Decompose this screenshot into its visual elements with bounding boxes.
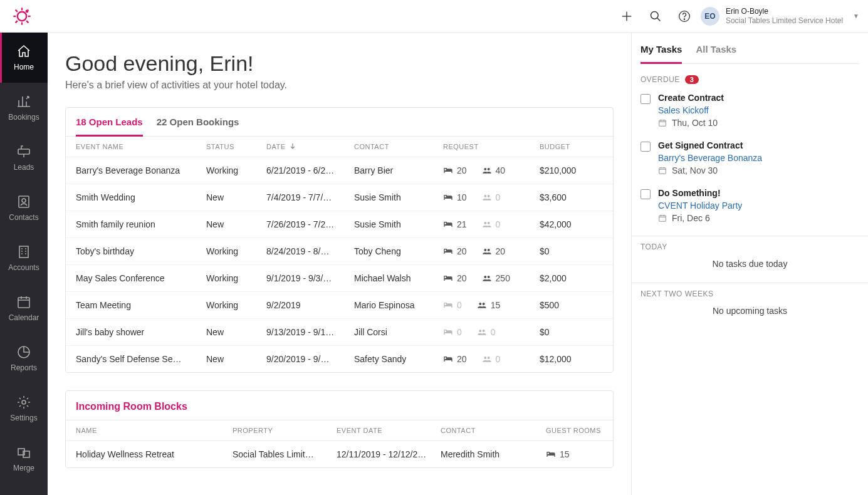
- svg-rect-27: [659, 216, 666, 221]
- tab-open-bookings[interactable]: 22 Open Bookings: [157, 117, 239, 136]
- cell-contact: Jill Corsi: [354, 327, 443, 337]
- bed-icon: 10: [443, 192, 467, 202]
- cell-request: 2040: [443, 165, 540, 175]
- brand-logo[interactable]: [11, 6, 33, 27]
- add-icon[interactable]: [619, 9, 634, 24]
- sort-down-icon: [290, 143, 296, 149]
- bed-icon: 20: [443, 273, 467, 283]
- col-header-event[interactable]: EVENT NAME: [76, 143, 206, 150]
- cell-date: 7/26/2019 - 7/2…: [266, 219, 354, 229]
- table-row[interactable]: Smith WeddingNew7/4/2019 - 7/7/…Susie Sm…: [66, 184, 613, 211]
- task-checkbox[interactable]: [641, 189, 651, 199]
- task-item: Get Signed ContractBarry's Beverage Bona…: [641, 140, 859, 175]
- cell-budget: $12,000: [540, 354, 603, 364]
- col-header-contact[interactable]: CONTACT: [441, 427, 546, 434]
- sidebar-item-leads[interactable]: Leads: [0, 133, 48, 183]
- table-row[interactable]: Toby's birthdayWorking8/24/2019 - 8/…Tob…: [66, 238, 613, 265]
- col-header-budget[interactable]: BUDGET: [540, 143, 603, 150]
- people-icon: 0: [482, 219, 501, 229]
- cell-date: 7/4/2019 - 7/7/…: [266, 192, 354, 202]
- task-checkbox[interactable]: [641, 142, 651, 152]
- sidebar-item-settings[interactable]: Settings: [0, 383, 48, 434]
- cell-contact: Mario Espinosa: [354, 300, 443, 310]
- sidebar-item-accounts[interactable]: Accounts: [0, 233, 48, 283]
- table-row[interactable]: May Sales ConferenceWorking9/1/2019 - 9/…: [66, 265, 613, 292]
- task-date: Sat, Nov 30: [658, 165, 762, 175]
- user-name: Erin O-Boyle: [726, 7, 843, 16]
- cell-name: Holiday Wellness Retreat: [76, 449, 233, 459]
- svg-point-15: [684, 18, 684, 19]
- table-row[interactable]: Holiday Wellness RetreatSocial Tables Li…: [66, 441, 613, 467]
- gear-icon: [16, 395, 31, 410]
- search-icon[interactable]: [648, 9, 663, 24]
- tasks-panel: My Tasks All Tasks OVERDUE 3 Create Cont…: [631, 33, 868, 495]
- help-icon[interactable]: [677, 9, 692, 24]
- bed-icon: 0: [443, 327, 462, 337]
- col-header-rooms[interactable]: GUEST ROOMS: [546, 427, 603, 434]
- sidebar-item-home[interactable]: Home: [0, 33, 48, 83]
- page-subtitle: Here's a brief view of activities at you…: [65, 80, 614, 91]
- task-checkbox[interactable]: [641, 94, 651, 104]
- svg-point-22: [22, 400, 26, 404]
- task-link[interactable]: Barry's Beverage Bonanza: [658, 153, 762, 163]
- col-header-contact[interactable]: CONTACT: [354, 143, 443, 150]
- col-header-property[interactable]: PROPERTY: [233, 427, 337, 434]
- roomblocks-title: Incoming Room Blocks: [66, 391, 613, 420]
- cell-request: 210: [443, 219, 540, 229]
- table-row[interactable]: Jill's baby showerNew9/13/2019 - 9/1…Jil…: [66, 319, 613, 346]
- col-header-status[interactable]: STATUS: [206, 143, 266, 150]
- contacts-icon: [16, 194, 31, 209]
- sidebar-item-bookings[interactable]: Bookings: [0, 83, 48, 133]
- cell-property: Social Tables Limit…: [233, 449, 337, 459]
- table-row[interactable]: Sandy's Self Defense Se…New9/20/2019 - 9…: [66, 346, 613, 372]
- chart-icon: [16, 94, 31, 109]
- people-icon: 0: [477, 327, 496, 337]
- col-header-date[interactable]: EVENT DATE: [337, 427, 441, 434]
- svg-rect-17: [19, 196, 29, 207]
- overdue-count-badge: 3: [685, 75, 699, 84]
- next-two-weeks-label: NEXT TWO WEEKS: [632, 283, 868, 298]
- cell-budget: $3,600: [540, 192, 603, 202]
- svg-rect-26: [659, 168, 666, 174]
- task-link[interactable]: Sales Kickoff: [658, 105, 724, 115]
- table-row[interactable]: Team MeetingWorking9/2/2019Mario Espinos…: [66, 292, 613, 319]
- next-empty: No upcoming tasks: [641, 303, 859, 326]
- col-header-date[interactable]: DATE: [266, 143, 354, 150]
- sidebar-item-contacts[interactable]: Contacts: [0, 183, 48, 233]
- col-header-name[interactable]: NAME: [76, 427, 233, 434]
- page-title: Good evening, Erin!: [65, 51, 614, 76]
- sidebar-item-calendar[interactable]: Calendar: [0, 283, 48, 333]
- tab-all-tasks[interactable]: All Tasks: [696, 44, 736, 63]
- cell-contact: Barry Bier: [354, 165, 443, 175]
- svg-line-8: [16, 21, 18, 23]
- cell-contact: Safety Sandy: [354, 354, 443, 364]
- svg-line-5: [16, 9, 18, 11]
- task-link[interactable]: CVENT Holiday Party: [658, 201, 742, 211]
- user-menu[interactable]: EO Erin O-Boyle Social Tables Limited Se…: [701, 7, 859, 26]
- task-title: Create Contract: [658, 93, 724, 103]
- cell-event: Jill's baby shower: [76, 327, 206, 337]
- svg-line-6: [26, 21, 28, 23]
- bed-icon: 0: [443, 300, 462, 310]
- overdue-label: OVERDUE 3: [641, 75, 859, 84]
- bed-icon: 21: [443, 219, 467, 229]
- svg-rect-19: [19, 246, 28, 258]
- today-label: TODAY: [632, 236, 868, 251]
- svg-point-12: [651, 11, 658, 19]
- cell-request: 20250: [443, 273, 540, 283]
- cell-event: Sandy's Self Defense Se…: [76, 354, 206, 364]
- task-title: Get Signed Contract: [658, 140, 762, 150]
- table-row[interactable]: Barry's Beverage BonanzaWorking6/21/2019…: [66, 157, 613, 184]
- task-item: Do Something!CVENT Holiday PartyFri, Dec…: [641, 188, 859, 223]
- tab-my-tasks[interactable]: My Tasks: [641, 44, 682, 64]
- svg-rect-25: [659, 120, 666, 126]
- tab-open-leads[interactable]: 18 Open Leads: [76, 117, 143, 137]
- sidebar-item-merge[interactable]: Merge: [0, 434, 48, 484]
- sidebar-item-reports[interactable]: Reports: [0, 333, 48, 383]
- col-header-request[interactable]: REQUEST: [443, 143, 540, 150]
- cell-event: Toby's birthday: [76, 246, 206, 256]
- table-row[interactable]: Smith family reunionNew7/26/2019 - 7/2…S…: [66, 211, 613, 238]
- cell-contact: Susie Smith: [354, 219, 443, 229]
- cell-request: 015: [443, 300, 540, 310]
- sidebar-item-label: Contacts: [9, 213, 38, 222]
